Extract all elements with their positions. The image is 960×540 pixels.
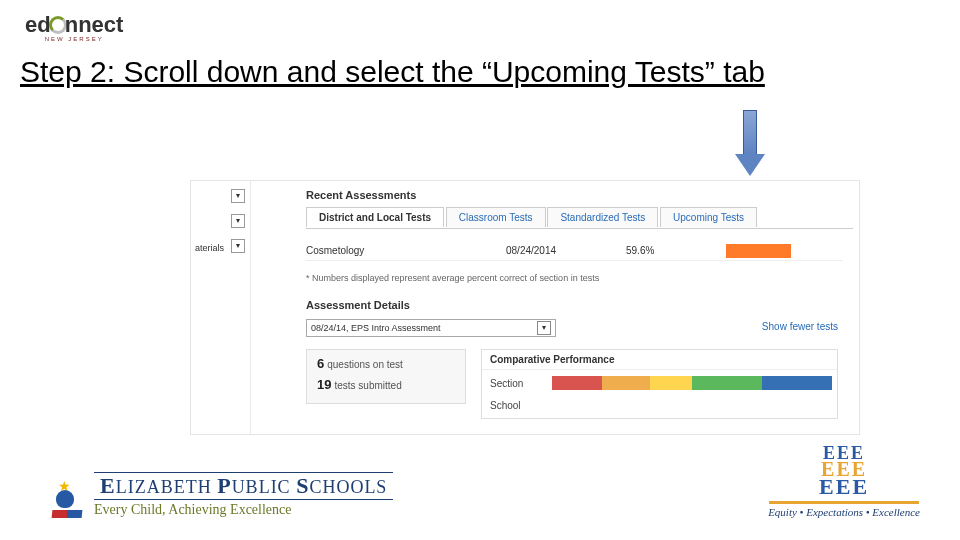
stats-t-count: 19 bbox=[317, 377, 331, 392]
show-fewer-link[interactable]: Show fewer tests bbox=[762, 321, 838, 332]
main-panel: Recent Assessments District and Local Te… bbox=[266, 181, 853, 434]
bar-segment-blue bbox=[762, 376, 832, 390]
step-title: Step 2: Scroll down and select the “Upco… bbox=[20, 55, 940, 89]
stats-t-label: tests submitted bbox=[334, 380, 401, 391]
comparative-title: Comparative Performance bbox=[482, 350, 837, 370]
eps-logo: ★ ELIZABETH PUBLIC SCHOOLS Every Child, … bbox=[50, 472, 393, 518]
eps-tagline: Every Child, Achieving Excellence bbox=[94, 502, 393, 518]
stats-box: 6questions on test 19tests submitted bbox=[306, 349, 466, 404]
assessment-date: 08/24/2014 bbox=[506, 245, 626, 256]
bar-segment-green bbox=[692, 376, 762, 390]
book-icon bbox=[52, 510, 83, 518]
sidebar: ▾ ▾ ▾ aterials bbox=[191, 181, 251, 434]
eps-cap2: P bbox=[217, 473, 231, 498]
eps-r2: UBLIC bbox=[232, 477, 297, 497]
stats-tests: 19tests submitted bbox=[317, 377, 455, 392]
logo-suffix: nnect bbox=[65, 12, 124, 37]
edconnect-logo: ednnect NEW JERSEY bbox=[25, 12, 123, 42]
eps-name: ELIZABETH PUBLIC SCHOOLS bbox=[94, 472, 393, 500]
comparative-row-school: School bbox=[490, 400, 521, 411]
eee-divider bbox=[769, 501, 919, 504]
assessment-details-title: Assessment Details bbox=[306, 299, 410, 311]
arrow-shaft-icon bbox=[743, 110, 757, 155]
arrow-head-icon bbox=[735, 154, 765, 176]
tab-classroom[interactable]: Classroom Tests bbox=[446, 207, 546, 227]
stats-q-label: questions on test bbox=[327, 359, 403, 370]
chevron-down-icon: ▾ bbox=[537, 321, 551, 335]
eee-logo: EEE EEE EEE Equity • Expectations • Exce… bbox=[768, 446, 920, 518]
assessment-details-dropdown[interactable]: 08/24/14, EPS Intro Assessment ▾ bbox=[306, 319, 556, 337]
eee-line3: EEE bbox=[768, 478, 920, 497]
bar-segment-yellow bbox=[650, 376, 692, 390]
eps-r3: CHOOLS bbox=[309, 477, 387, 497]
eps-cap1: E bbox=[100, 473, 116, 498]
sidebar-dropdown-2[interactable]: ▾ bbox=[231, 214, 245, 228]
comparative-row-section: Section bbox=[490, 378, 523, 389]
stats-q-count: 6 bbox=[317, 356, 324, 371]
recent-assessments-title: Recent Assessments bbox=[306, 189, 416, 201]
app-screenshot: ▾ ▾ ▾ aterials Recent Assessments Distri… bbox=[190, 180, 860, 435]
stats-questions: 6questions on test bbox=[317, 356, 455, 371]
assessment-name: Cosmetology bbox=[306, 245, 506, 256]
assessment-percent: 59.6% bbox=[626, 245, 706, 256]
comparative-performance-box: Comparative Performance Section School bbox=[481, 349, 838, 419]
eps-text: ELIZABETH PUBLIC SCHOOLS Every Child, Ac… bbox=[94, 472, 393, 518]
tab-upcoming[interactable]: Upcoming Tests bbox=[660, 207, 757, 227]
assessment-row[interactable]: Cosmetology 08/24/2014 59.6% bbox=[306, 241, 843, 261]
bar-segment-red bbox=[552, 376, 602, 390]
arrow-annotation bbox=[735, 110, 765, 180]
performance-colorbar bbox=[552, 376, 832, 390]
eps-cap3: S bbox=[296, 473, 309, 498]
sidebar-dropdown-3[interactable]: ▾ bbox=[231, 239, 245, 253]
sidebar-dropdown-1[interactable]: ▾ bbox=[231, 189, 245, 203]
dropdown-value: 08/24/14, EPS Intro Assessment bbox=[311, 323, 441, 333]
eee-tagline: Equity • Expectations • Excellence bbox=[768, 506, 920, 518]
eps-figure-icon: ★ bbox=[50, 478, 84, 518]
figure-body-icon bbox=[56, 490, 74, 508]
footnote-text: * Numbers displayed represent average pe… bbox=[306, 273, 599, 283]
eee-stack-icon: EEE EEE EEE bbox=[768, 446, 920, 497]
assessment-bar-icon bbox=[726, 244, 791, 258]
sidebar-label-fragment: aterials bbox=[195, 243, 224, 253]
logo-prefix: ed bbox=[25, 12, 51, 38]
assessment-tab-row: District and Local Tests Classroom Tests… bbox=[306, 207, 853, 229]
bar-segment-orange bbox=[602, 376, 650, 390]
tab-standardized[interactable]: Standardized Tests bbox=[547, 207, 658, 227]
eps-r1: LIZABETH bbox=[116, 477, 217, 497]
tab-district-local[interactable]: District and Local Tests bbox=[306, 207, 444, 227]
